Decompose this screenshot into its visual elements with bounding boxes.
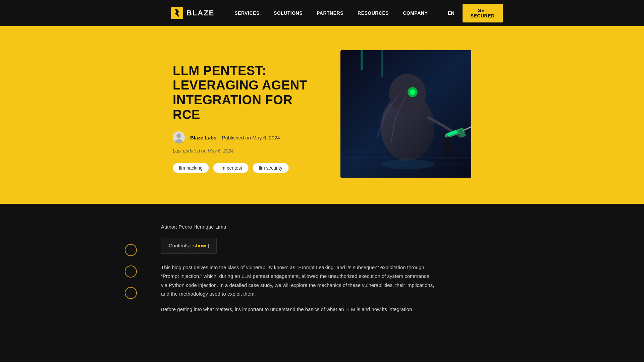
sidebar-dots (121, 224, 141, 299)
publish-date: Published on May 6, 2024 (222, 135, 280, 140)
nav-item-services[interactable]: SERVICES (234, 10, 260, 16)
hero-image (340, 50, 471, 178)
article-paragraph-2: Before getting into what matters, it's i… (161, 305, 436, 314)
article-meta: Blaze Labs Published on May 6, 2024 (173, 131, 314, 143)
article-tags: llm hacking llm pentest llm security (173, 163, 314, 173)
content-section: Author: Pedro Henrique Lima Contents [ s… (0, 204, 644, 341)
avatar-icon (173, 131, 185, 143)
language-selector[interactable]: EN (448, 10, 454, 16)
svg-point-19 (445, 136, 450, 142)
svg-point-2 (176, 133, 181, 138)
sidebar-dot-3 (125, 287, 137, 299)
article-author-line: Author: Pedro Henrique Lima (161, 224, 523, 230)
last-updated: Last updated on May 6, 2024 (173, 148, 314, 154)
sidebar-dot-1 (125, 244, 137, 256)
logo[interactable]: BLAZE (171, 7, 214, 19)
author-avatar (173, 131, 185, 143)
contents-label: Contents (169, 243, 189, 248)
get-secured-button[interactable]: GET SECURED (463, 4, 503, 22)
logo-text: BLAZE (186, 9, 214, 17)
blaze-logo-icon (171, 7, 183, 19)
article-paragraph-1: This blog post delves into the class of … (161, 263, 436, 298)
tag-llm-pentest[interactable]: llm pentest (213, 163, 249, 173)
article-title: LLM PENTEST: LEVERAGING AGENT INTEGRATIO… (173, 64, 314, 122)
svg-point-18 (444, 141, 451, 158)
nav-links: SERVICES SOLUTIONS PARTNERS RESOURCES CO… (234, 10, 428, 16)
svg-point-11 (389, 74, 426, 114)
nav-item-partners[interactable]: PARTNERS (317, 10, 343, 16)
svg-point-20 (381, 159, 434, 169)
svg-point-13 (410, 89, 415, 95)
nav-right: EN GET SECURED (448, 4, 502, 22)
svg-rect-8 (361, 50, 363, 70)
nav-item-company[interactable]: COMPANY (403, 10, 428, 16)
sidebar-dot-2 (125, 265, 137, 278)
svg-rect-9 (381, 50, 383, 77)
nav-item-solutions[interactable]: SOLUTIONS (274, 10, 303, 16)
robot-illustration (340, 50, 471, 178)
contents-box: Contents [ show ] (161, 238, 217, 254)
author-name: Blaze Labs (190, 135, 216, 140)
navbar: BLAZE SERVICES SOLUTIONS PARTNERS RESOUR… (0, 0, 644, 26)
article-text: This blog post delves into the class of … (161, 263, 436, 314)
hero-section: LLM PENTEST: LEVERAGING AGENT INTEGRATIO… (0, 26, 644, 204)
tag-llm-security[interactable]: llm security (253, 163, 289, 173)
hero-content: LLM PENTEST: LEVERAGING AGENT INTEGRATIO… (173, 50, 314, 200)
contents-show-link[interactable]: show (193, 243, 206, 248)
article-body: Author: Pedro Henrique Lima Contents [ s… (161, 224, 523, 320)
nav-item-resources[interactable]: RESOURCES (358, 10, 389, 16)
tag-llm-hacking[interactable]: llm hacking (173, 163, 209, 173)
